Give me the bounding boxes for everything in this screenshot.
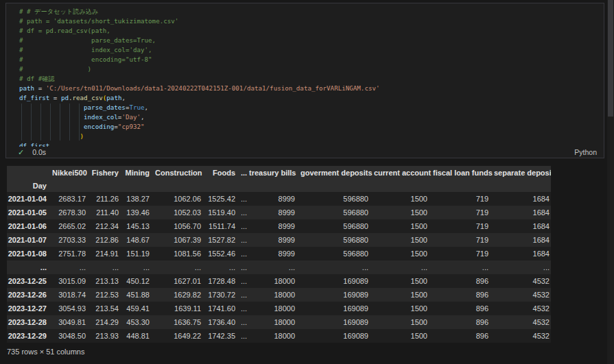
table-cell: 145.13 [124,219,155,233]
table-cell: 212.53 [91,288,124,302]
row-index: 2021-01-05 [7,206,52,219]
success-check-icon: ✓ [18,148,24,157]
table-row: 2023-12-293048.50213.93448.811649.221742… [7,329,551,343]
table-cell: ... [241,192,249,206]
table-cell: 451.88 [124,288,155,302]
table-cell: 896 [433,329,494,343]
table-cell: 1629.82 [155,288,206,302]
table-row: 2021-01-072703.33212.86148.671067.391527… [7,233,551,247]
table-cell: 1684 [494,247,551,260]
table-cell: 4532 [494,274,551,288]
index-row-blank [52,180,91,192]
index-header-blank [7,166,52,180]
table-cell: 169089 [300,302,374,315]
column-header: fiscal loan funds [433,166,494,180]
table-cell: 138.27 [124,192,155,206]
cell-status-bar: ✓ 0.0s Python [6,147,604,158]
table-cell: 1081.56 [155,247,206,260]
column-header: Nikkei500 [52,166,91,180]
table-cell: 1519.40 [206,206,241,219]
table-cell: 1741.60 [206,302,241,315]
table-cell: 3048.50 [52,329,91,343]
code-text: # # データセット読み込み# path = 'datasets/short_t… [19,7,604,147]
code-line: # parse_dates=True, [19,36,604,45]
table-cell: 719 [433,233,494,247]
code-line: # encoding="utf-8" [19,55,604,64]
table-cell: 2683.17 [52,192,91,206]
table-cell: 3015.09 [52,274,91,288]
index-row-blank [241,180,249,192]
table-cell: 1500 [374,274,433,288]
scrollbar[interactable] [607,0,614,364]
table-cell: ... [91,260,124,274]
table-row: 2021-01-052678.30211.40139.461052.031519… [7,206,551,219]
table-cell: ... [241,329,249,343]
table-cell: 1639.11 [155,302,206,315]
table-row: 2023-12-253015.09213.13450.121627.011728… [7,274,551,288]
row-index: 2023-12-29 [7,329,52,343]
code-editor[interactable]: # # データセット読み込み# path = 'datasets/short_t… [6,3,604,147]
column-header: Construction [155,166,206,180]
table-row: 2023-12-283049.81214.29453.301636.751736… [7,315,551,329]
table-cell: ... [241,302,249,315]
row-index: 2021-01-08 [7,247,52,260]
table-cell: 214.29 [91,315,124,329]
code-line: df_first [19,141,604,147]
table-cell: 213.13 [91,274,124,288]
index-name: Day [7,180,52,192]
table-cell: 719 [433,206,494,219]
index-row-blank [155,180,206,192]
table-cell: 1511.74 [206,219,241,233]
table-cell: ... [52,260,91,274]
table-cell: 211.26 [91,192,124,206]
dataframe-table: Nikkei500FisheryMiningConstructionFoods.… [7,166,551,343]
code-line: parse_dates=True, [19,103,604,112]
code-cell: # # データセット読み込み# path = 'datasets/short_t… [5,3,604,158]
execution-time: 0.0s [32,148,46,156]
table-cell: ... [241,274,249,288]
table-cell: 596880 [300,247,374,260]
table-cell: 453.30 [124,315,155,329]
table-cell: ... [241,233,249,247]
table-row: 2021-01-082751.78214.91151.191081.561552… [7,247,551,260]
table-cell: ... [241,288,249,302]
row-index: 2021-01-04 [7,192,52,206]
table-row: 2021-01-042683.17211.26138.271062.061525… [7,192,551,206]
table-cell: 3018.74 [52,288,91,302]
code-line: # path = 'datasets/short_tukizimatome.cs… [19,16,604,26]
table-cell: 1552.46 [206,247,241,260]
table-cell: 1500 [374,247,433,260]
code-line: # ) [19,64,604,74]
table-cell: 4532 [494,329,551,343]
code-line: df_first = pd.read_csv(path, [19,93,604,103]
table-cell: 596880 [300,192,374,206]
column-header: ... [241,166,249,180]
table-row: 2023-12-263018.74212.53451.881629.821730… [7,288,551,302]
index-row-blank [206,180,241,192]
index-row-blank [494,180,551,192]
table-cell: 596880 [300,233,374,247]
table-cell: 1500 [374,288,433,302]
index-row-blank [91,180,124,192]
table-cell: ... [433,260,494,274]
scrollbar-thumb[interactable] [608,0,613,117]
table-cell: 448.81 [124,329,155,343]
table-row: 2021-01-062665.02212.34145.131056.701511… [7,219,551,233]
table-cell: 1627.01 [155,274,206,288]
index-row-blank [124,180,155,192]
table-cell: 719 [433,219,494,233]
table-cell: 8999 [249,206,300,219]
cell-language-label[interactable]: Python [574,148,597,156]
table-cell: 896 [433,274,494,288]
code-line: # index_col='day', [19,45,604,55]
code-line: # df #確認 [19,74,604,84]
row-index: 2021-01-06 [7,219,52,233]
table-cell: 1684 [494,192,551,206]
code-line: ) [19,132,604,141]
table-cell: ... [206,260,241,274]
table-cell: 18000 [249,302,300,315]
table-cell: ... [300,260,374,274]
table-row: .................................... [7,260,551,274]
table-cell: 211.40 [91,206,124,219]
code-line: path = 'C:/Users/tn011/Downloads/data1-2… [19,84,604,93]
